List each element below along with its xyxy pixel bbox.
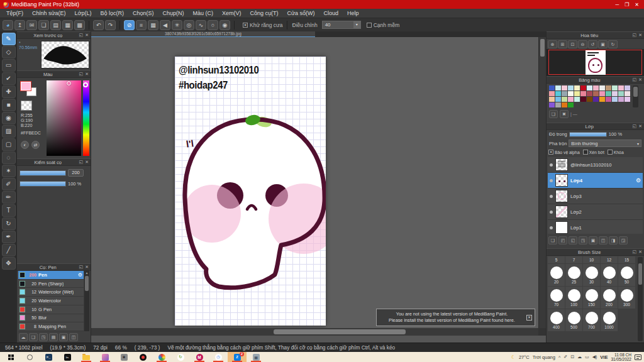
popout-icon[interactable]: ◱ [79, 265, 84, 270]
menu-item-5[interactable]: Chụp(N) [158, 10, 189, 16]
snap-off-icon[interactable]: ⊘ [124, 20, 135, 30]
close-icon[interactable]: ✕ [638, 124, 642, 129]
layer-visibility-dot[interactable] [550, 163, 553, 167]
minimize-button[interactable]: ─ [615, 2, 619, 8]
redo-icon[interactable]: ↷ [105, 20, 116, 30]
palette-swatch[interactable] [587, 97, 592, 102]
brush-size-preset-label[interactable]: 5 [548, 256, 565, 263]
canvas-vertical-scrollbar[interactable] [538, 37, 546, 328]
popout-icon[interactable]: ◱ [633, 77, 637, 82]
brush-folder-icon[interactable]: ▣ [59, 333, 68, 341]
layer-folder-icon[interactable]: ▣ [589, 236, 597, 244]
brush-item[interactable]: 50Blur [18, 314, 84, 322]
duplicate-layer-icon[interactable]: ◫ [599, 236, 608, 244]
display-icon[interactable]: ▭ [585, 354, 589, 359]
sv-cursor[interactable] [67, 81, 71, 85]
alpha-protect-checkbox[interactable]: ✕ Bảo vệ alpha [548, 150, 580, 155]
palette-scrollbar[interactable] [633, 85, 638, 107]
palette-swatch[interactable] [562, 91, 567, 96]
menu-item-4[interactable]: Chọn(S) [128, 10, 158, 16]
popout-icon[interactable]: ◱ [79, 72, 84, 77]
document-tab[interactable]: 380743fb93583f3261c580c65971278b.jpg [91, 31, 315, 37]
brush-tool[interactable]: ✎ [2, 33, 16, 45]
snap-ellipse-icon[interactable]: ○ [208, 20, 218, 30]
palette-swatch[interactable] [612, 85, 618, 90]
brush-size-preset[interactable]: 50 [618, 264, 635, 286]
snap-radial-icon[interactable]: ✳ [172, 20, 182, 30]
zoom-reset-icon[interactable]: ⊕ [548, 40, 557, 48]
export-icon[interactable]: ↥ [14, 20, 25, 30]
add-layer-icon[interactable]: ❏ [548, 236, 557, 244]
snap-cross-icon[interactable]: ▦ [148, 20, 158, 30]
menu-item-7[interactable]: Xem(V) [218, 10, 246, 16]
adjust-dropdown[interactable]: 40 ▾ [322, 21, 361, 29]
file-explorer[interactable] [77, 352, 96, 362]
palette-swatch[interactable] [618, 91, 624, 96]
palette-swatch[interactable] [606, 97, 611, 102]
palette-swatch[interactable] [562, 85, 567, 90]
brush-item[interactable]: 12Watercolor (Wet) [18, 288, 84, 296]
magic-wand-tool[interactable]: ✶ [2, 165, 16, 177]
chevron-down-icon[interactable]: ▾ [353, 21, 360, 28]
notification-close-icon[interactable]: ✕ [526, 315, 532, 321]
history-app[interactable]: ◷ [209, 352, 228, 362]
brush-size-preset[interactable]: 70 [548, 287, 565, 309]
palette-swatch[interactable] [568, 102, 574, 107]
text-tool[interactable]: T [2, 204, 16, 217]
action-center-icon[interactable] [635, 354, 641, 360]
gmail-app[interactable]: M [190, 352, 209, 362]
menu-item-10[interactable]: Cloud [319, 10, 343, 16]
move-tool[interactable]: ✚ [2, 85, 16, 98]
brush-opacity-slider[interactable] [19, 181, 66, 187]
fit-window-icon[interactable]: ⊡ [568, 40, 577, 48]
weather-desc[interactable]: Trời quang [533, 354, 555, 360]
palette-swatch[interactable] [599, 97, 605, 102]
start-button[interactable] [1, 352, 20, 362]
brush-size-value[interactable]: 200 [68, 169, 84, 177]
brush-list-scrollbar[interactable]: ▲ [84, 271, 89, 331]
hue-slider[interactable] [83, 80, 89, 156]
layer-blend-dropdown[interactable]: Bình thường ▾ [569, 140, 641, 147]
notification-line2[interactable]: Please install the latest version of Med… [379, 317, 525, 324]
zoom-out-icon[interactable]: ⊖ [578, 40, 587, 48]
layer-row[interactable]: Lớp4⚙ [548, 173, 643, 188]
duplicate-brush-icon[interactable]: ◳ [39, 333, 48, 341]
add-layer-below-icon[interactable]: ◱ [569, 236, 577, 244]
rotate-left-icon[interactable]: ↺ [588, 40, 597, 48]
select-eraser-tool[interactable]: ✏ [2, 191, 16, 204]
browser-app[interactable] [152, 352, 171, 362]
snap-circle-icon[interactable]: ◎ [184, 20, 194, 30]
weather-temp[interactable]: 27°C [519, 354, 530, 360]
palette-swatch[interactable] [606, 85, 611, 90]
delete-brush-icon[interactable]: ◫ [69, 333, 78, 341]
brush-settings-icon[interactable]: ⚙ [78, 272, 82, 278]
clock[interactable]: 11:08 CH 31/05/2022 [611, 353, 631, 362]
onedrive-icon[interactable]: ☁ [577, 354, 582, 359]
palette-swatch[interactable] [574, 91, 580, 96]
palette-swatch[interactable] [618, 97, 624, 102]
palette-swatch[interactable] [568, 97, 574, 102]
soft-edge-checkbox[interactable]: Cạnh mềm [367, 22, 400, 28]
palette-swatch[interactable] [593, 91, 599, 96]
lock-checkbox[interactable]: Khóa [608, 150, 624, 155]
palette-swatch[interactable] [599, 91, 605, 96]
foreground-color-swatch[interactable] [21, 82, 31, 90]
operation-tool[interactable]: ↻ [2, 217, 16, 230]
close-icon[interactable]: ✕ [85, 33, 89, 38]
layer-row[interactable]: @linhsun13102010 [548, 157, 643, 172]
popout-icon[interactable]: ◱ [79, 33, 84, 38]
menu-item-11[interactable]: Help [343, 10, 364, 16]
weather-moon-icon[interactable]: ☾ [511, 354, 516, 360]
eyedropper-tool[interactable]: ✒ [2, 231, 16, 243]
layer-visibility-dot[interactable] [550, 226, 553, 229]
zalo-app[interactable]: Z2 [228, 352, 247, 362]
menu-item-6[interactable]: Màu (C) [189, 10, 218, 16]
palette-swatch[interactable] [618, 85, 624, 90]
menu-item-0[interactable]: Tệp(F) [2, 10, 28, 16]
layer-group-icon[interactable]: ◳ [579, 236, 587, 244]
popout-icon[interactable]: ◱ [633, 250, 637, 255]
close-icon[interactable]: ✕ [85, 160, 89, 165]
device-icon[interactable]: ⊡ [570, 354, 574, 359]
palette-swatch[interactable] [555, 97, 561, 102]
brush-size-preset[interactable]: 700 [583, 309, 600, 331]
